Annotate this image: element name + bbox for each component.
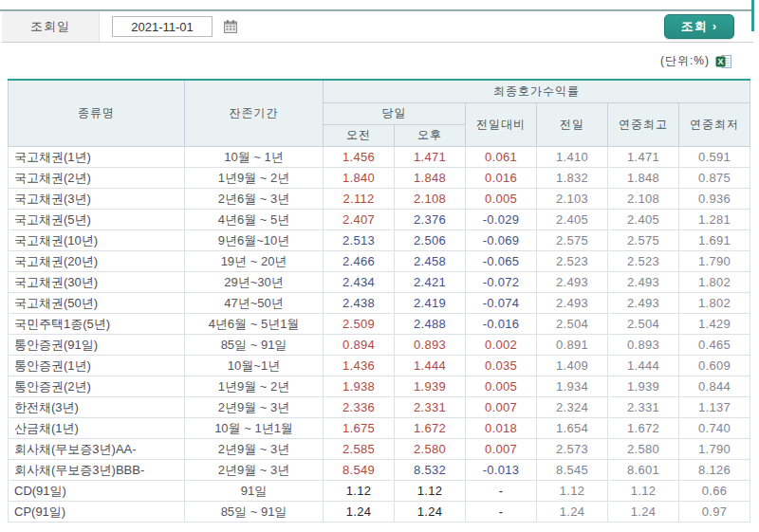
prev-yield-cell: 2.573	[537, 438, 608, 459]
am-yield-cell: 1.436	[324, 355, 395, 376]
bond-name-cell: 통안증권(1년)	[9, 355, 185, 376]
pm-yield-cell: 2.506	[395, 229, 466, 250]
yield-table: 종류명 잔존기간 최종호가수익률 당일 전일대비 전일 연중최고 연중최저 오전…	[8, 79, 750, 523]
vs-prev-cell: 0.005	[466, 188, 537, 209]
yield-row: CP(91일)85일 ~ 91일1.241.24-1.241.240.97	[9, 501, 750, 522]
pm-yield-cell: 1.12	[395, 480, 466, 501]
vs-prev-cell: -	[466, 480, 537, 501]
am-yield-cell: 2.585	[324, 438, 395, 459]
vs-prev-cell: 0.007	[466, 438, 537, 459]
prev-yield-cell: 1.24	[537, 501, 608, 522]
pm-yield-cell: 1.672	[395, 417, 466, 438]
remaining-period-cell: 10월~1년	[185, 355, 324, 376]
year-low-cell: 1.429	[679, 313, 750, 334]
bond-name-cell: CD(91일)	[9, 480, 185, 501]
search-button[interactable]: 조회 ›	[664, 14, 734, 39]
yield-row: 국민주택1종(5년)4년6월 ~ 5년1월2.5092.488-0.0162.5…	[9, 313, 750, 334]
am-yield-cell: 1.456	[324, 146, 395, 167]
am-yield-cell: 1.24	[324, 501, 395, 522]
year-high-cell: 2.493	[608, 271, 679, 292]
vs-prev-cell: 0.061	[466, 146, 537, 167]
pm-yield-cell: 2.580	[395, 438, 466, 459]
vs-prev-cell: -0.065	[466, 250, 537, 271]
year-high-cell: 1.471	[608, 146, 679, 167]
prev-yield-cell: 0.891	[537, 334, 608, 355]
remaining-period-cell: 2년9월 ~ 3년	[185, 438, 324, 459]
remaining-period-cell: 19년 ~ 20년	[185, 250, 324, 271]
prev-yield-cell: 2.324	[537, 396, 608, 417]
yield-row: 국고채권(2년)1년9월 ~ 2년1.8401.8480.0161.8321.8…	[9, 167, 750, 188]
year-high-cell: 1.444	[608, 355, 679, 376]
year-high-cell: 2.575	[608, 229, 679, 250]
am-yield-cell: 1.938	[324, 376, 395, 396]
yield-row: CD(91일)91일1.121.12-1.121.120.66	[9, 480, 750, 501]
year-high-cell: 2.331	[608, 396, 679, 417]
year-high-cell: 2.108	[608, 188, 679, 209]
remaining-period-cell: 2년9월 ~ 3년	[185, 459, 324, 480]
year-high-cell: 2.523	[608, 250, 679, 271]
vs-prev-cell: 0.002	[466, 334, 537, 355]
prev-yield-cell: 1.410	[537, 146, 608, 167]
col-header-today: 당일	[324, 102, 466, 124]
prev-yield-cell: 2.103	[537, 188, 608, 209]
bond-name-cell: 국고채권(10년)	[9, 229, 185, 250]
vs-prev-cell: -	[466, 501, 537, 522]
prev-yield-cell: 2.405	[537, 209, 608, 229]
bond-name-cell: 통안증권(2년)	[9, 376, 185, 396]
am-yield-cell: 2.112	[324, 188, 395, 209]
pm-yield-cell: 2.331	[395, 396, 466, 417]
year-low-cell: 0.936	[679, 188, 750, 209]
year-low-cell: 0.740	[679, 417, 750, 438]
am-yield-cell: 2.513	[324, 229, 395, 250]
query-date-label: 조회일	[2, 11, 100, 42]
bond-yield-page: 조회일 조회 › (단위:%)	[0, 0, 759, 532]
pm-yield-cell: 2.419	[395, 292, 466, 313]
excel-download-icon[interactable]: X	[715, 54, 732, 69]
bond-name-cell: 국고채권(50년)	[9, 292, 185, 313]
remaining-period-cell: 4년6월 ~ 5년	[185, 209, 324, 229]
vs-prev-cell: -0.074	[466, 292, 537, 313]
year-high-cell: 8.601	[608, 459, 679, 480]
yield-row: 통안증권(2년)1년9월 ~ 2년1.9381.9390.0051.9341.9…	[9, 376, 750, 396]
year-high-cell: 1.848	[608, 167, 679, 188]
vs-prev-cell: -0.029	[466, 209, 537, 229]
query-date-input[interactable]	[112, 16, 213, 37]
am-yield-cell: 2.509	[324, 313, 395, 334]
am-yield-cell: 1.840	[324, 167, 395, 188]
am-yield-cell: 1.675	[324, 417, 395, 438]
prev-yield-cell: 2.523	[537, 250, 608, 271]
year-high-cell: 2.405	[608, 209, 679, 229]
am-yield-cell: 2.407	[324, 209, 395, 229]
pm-yield-cell: 8.532	[395, 459, 466, 480]
pm-yield-cell: 1.471	[395, 146, 466, 167]
bond-name-cell: 국고채권(1년)	[9, 146, 185, 167]
pm-yield-cell: 1.24	[395, 501, 466, 522]
yield-row: 통안증권(91일)85일 ~ 91일0.8940.8930.0020.8910.…	[9, 334, 750, 355]
calendar-icon[interactable]	[223, 19, 238, 34]
svg-text:X: X	[717, 57, 723, 66]
col-header-year-high: 연중최고	[608, 102, 679, 146]
prev-yield-cell: 1.654	[537, 417, 608, 438]
year-low-cell: 0.609	[679, 355, 750, 376]
prev-yield-cell: 8.545	[537, 459, 608, 480]
year-high-cell: 1.672	[608, 417, 679, 438]
vs-prev-cell: 0.018	[466, 417, 537, 438]
year-high-cell: 1.24	[608, 501, 679, 522]
year-high-cell: 1.939	[608, 376, 679, 396]
col-header-yield-group: 최종호가수익률	[324, 80, 750, 102]
prev-yield-cell: 2.493	[537, 292, 608, 313]
yield-row: 국고채권(50년)47년~50년2.4382.419-0.0742.4932.4…	[9, 292, 750, 313]
pm-yield-cell: 2.108	[395, 188, 466, 209]
vs-prev-cell: -0.072	[466, 271, 537, 292]
vs-prev-cell: -0.013	[466, 459, 537, 480]
vs-prev-cell: 0.007	[466, 396, 537, 417]
yield-row: 회사채(무보증3년)BBB-2년9월 ~ 3년8.5498.532-0.0138…	[9, 459, 750, 480]
prev-yield-cell: 1.934	[537, 376, 608, 396]
year-high-cell: 2.493	[608, 292, 679, 313]
bond-name-cell: 국고채권(3년)	[9, 188, 185, 209]
remaining-period-cell: 4년6월 ~ 5년1월	[185, 313, 324, 334]
pm-yield-cell: 2.376	[395, 209, 466, 229]
am-yield-cell: 2.438	[324, 292, 395, 313]
bond-name-cell: 회사채(무보증3년)BBB-	[9, 459, 185, 480]
prev-yield-cell: 1.409	[537, 355, 608, 376]
